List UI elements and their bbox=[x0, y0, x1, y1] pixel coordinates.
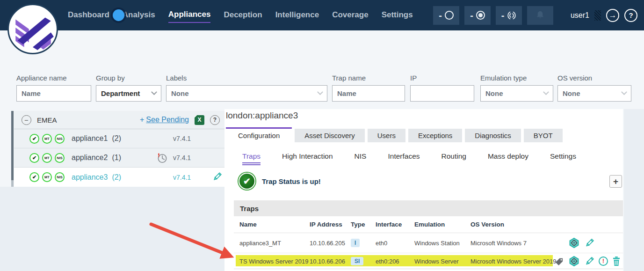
filter-group-by: Group by Department bbox=[96, 74, 161, 102]
brand-logo[interactable] bbox=[7, 4, 58, 54]
logout-button[interactable]: → bbox=[606, 9, 619, 22]
export-excel-button[interactable]: X bbox=[195, 115, 204, 125]
labels-select[interactable]: None bbox=[166, 85, 327, 102]
mt-status-icon: MT bbox=[42, 153, 52, 163]
traps-table-header: Name IP Address Type Interface Emulation… bbox=[234, 216, 623, 233]
navbar-right: - - - user1 → bbox=[433, 0, 637, 30]
col-interface: Interface bbox=[376, 221, 402, 228]
question-icon: ? bbox=[213, 117, 217, 123]
input-value: Name bbox=[22, 89, 41, 97]
tab-asset-discovery[interactable]: Asset Discovery bbox=[295, 129, 365, 142]
chevron-down-icon bbox=[151, 89, 157, 95]
redacted-block bbox=[594, 10, 601, 21]
nav-dashboard[interactable]: Dashboard bbox=[68, 8, 109, 22]
col-emulation: Emulation bbox=[414, 221, 445, 228]
subtab-routing[interactable]: Routing bbox=[441, 152, 466, 163]
subtab-high-interaction[interactable]: High Interaction bbox=[282, 152, 333, 163]
select-value: None bbox=[171, 89, 189, 97]
col-ip-address: IP Address bbox=[310, 221, 342, 228]
nis-status-icon: NIS bbox=[55, 134, 65, 144]
trap-type-badge: I bbox=[351, 239, 360, 247]
collapse-group-button[interactable]: − bbox=[22, 115, 31, 125]
tab-byot[interactable]: BYOT bbox=[524, 129, 563, 142]
filter-labels: Labels None bbox=[166, 74, 327, 102]
subtab-interfaces[interactable]: Interfaces bbox=[388, 152, 420, 163]
tag-button[interactable] bbox=[555, 256, 564, 265]
col-type: Type bbox=[351, 221, 365, 228]
help-button[interactable]: ? bbox=[624, 9, 637, 22]
status-indicator-circle[interactable]: - bbox=[433, 6, 459, 25]
trap-row-1[interactable]: appliance3_MT 10.10.66.205 I eth0 Window… bbox=[234, 233, 623, 253]
edit-trap-button[interactable] bbox=[585, 256, 594, 266]
filter-trap-name: Trap name Name bbox=[332, 74, 405, 102]
edit-appliance-button[interactable] bbox=[212, 172, 222, 183]
filter-ip: IP bbox=[410, 74, 474, 102]
page-background-right bbox=[624, 109, 644, 271]
appliance-list-panel: − EMEA +See Pending X ? ✔ MT NIS applian… bbox=[14, 111, 224, 187]
circle-dot-icon bbox=[476, 11, 485, 20]
trap-emulation: Windows Station bbox=[414, 240, 460, 247]
tab-users[interactable]: Users bbox=[368, 129, 405, 142]
appliance-name[interactable]: appliance1 bbox=[72, 134, 108, 143]
trap-status-message: Trap Status is up! bbox=[262, 177, 321, 185]
see-pending-link[interactable]: +See Pending bbox=[140, 116, 189, 124]
notifications-button[interactable] bbox=[527, 6, 553, 25]
trap-interface: eth0 bbox=[376, 240, 387, 247]
status-indicator-signal[interactable]: - bbox=[496, 6, 522, 25]
appliance-row-2[interactable]: ✔ MT NIS appliance2 (1) v7.4.1 bbox=[14, 148, 224, 168]
nav-coverage[interactable]: Coverage bbox=[332, 8, 368, 22]
help-tooltip-button[interactable]: ? bbox=[210, 115, 220, 125]
alert-warning-button[interactable]: ! bbox=[599, 256, 608, 266]
signal-arcs-icon bbox=[507, 11, 516, 20]
trap-name-input[interactable]: Name bbox=[332, 85, 405, 102]
trap-ip: 10.10.66.206 bbox=[310, 257, 345, 264]
appliance-name-input[interactable]: Name bbox=[16, 85, 91, 102]
select-value: Department bbox=[101, 89, 140, 97]
subtab-nis[interactable]: NIS bbox=[355, 152, 367, 163]
subtab-traps[interactable]: Traps bbox=[242, 152, 260, 163]
os-version-select[interactable]: None bbox=[557, 85, 631, 102]
username: user1 bbox=[571, 11, 589, 20]
panel-scrollbar[interactable] bbox=[11, 111, 14, 187]
subtab-mass-deploy[interactable]: Mass deploy bbox=[488, 152, 528, 163]
chevron-down-icon bbox=[317, 89, 323, 95]
mt-status-icon: MT bbox=[42, 134, 52, 144]
tab-exceptions[interactable]: Exceptions bbox=[408, 129, 462, 142]
tab-configuration[interactable]: Configuration bbox=[226, 127, 292, 142]
trap-ip: 10.10.66.205 bbox=[310, 240, 345, 247]
ip-input[interactable] bbox=[410, 85, 474, 102]
filter-label: Emulation type bbox=[480, 74, 553, 82]
status-indicator-dot[interactable]: - bbox=[464, 6, 491, 25]
nav-settings[interactable]: Settings bbox=[382, 8, 413, 22]
chevron-down-icon bbox=[543, 89, 549, 95]
pending-update-clock-icon bbox=[157, 153, 167, 165]
brand-logo-icon bbox=[9, 5, 57, 53]
subtab-settings[interactable]: Settings bbox=[550, 152, 576, 163]
trap-row-2-highlighted[interactable]: TS Windows Server 2019 10.10.66.206 SI e… bbox=[234, 253, 623, 269]
add-trap-button[interactable]: + bbox=[609, 175, 622, 188]
deploy-target-button[interactable] bbox=[569, 238, 579, 249]
deploy-target-button[interactable] bbox=[569, 256, 579, 266]
trap-status-row: ✔ Trap Status is up! bbox=[239, 173, 321, 190]
appliance-row-1[interactable]: ✔ MT NIS appliance1 (2) v7.4.1 bbox=[14, 129, 224, 148]
nav-appliances[interactable]: Appliances bbox=[168, 8, 211, 23]
bell-icon bbox=[535, 10, 545, 21]
tab-diagnostics[interactable]: Diagnostics bbox=[465, 129, 521, 142]
top-navbar: Dashboard Analysis Appliances Deception … bbox=[0, 0, 644, 30]
trap-emulation: Windows Server bbox=[414, 257, 459, 264]
group-by-select[interactable]: Department bbox=[96, 85, 161, 102]
emulation-type-select[interactable]: None bbox=[480, 85, 553, 102]
edit-trap-button[interactable] bbox=[585, 238, 594, 248]
nav-analysis[interactable]: Analysis bbox=[123, 8, 155, 22]
health-check-icon: ✔ bbox=[29, 153, 39, 163]
appliance-name[interactable]: appliance3 bbox=[72, 173, 108, 182]
nav-deception[interactable]: Deception bbox=[224, 8, 262, 22]
trap-name: TS Windows Server 2019 bbox=[239, 257, 308, 264]
cursor-indicator bbox=[113, 9, 124, 21]
appliance-row-3-selected[interactable]: ✔ MT NIS appliance3 (2) v7.4.1 bbox=[14, 168, 224, 187]
appliance-version: v7.4.1 bbox=[173, 135, 191, 142]
delete-trap-button[interactable] bbox=[612, 256, 621, 266]
scrollbar-thumb[interactable] bbox=[11, 111, 14, 180]
appliance-name[interactable]: appliance2 bbox=[72, 154, 108, 162]
nav-intelligence[interactable]: Intelligence bbox=[275, 8, 319, 22]
